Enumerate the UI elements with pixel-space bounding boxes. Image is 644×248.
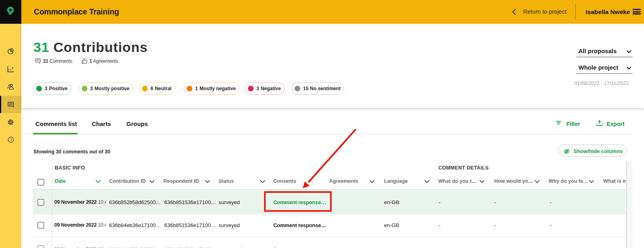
svg-text:?: ?: [10, 138, 12, 142]
